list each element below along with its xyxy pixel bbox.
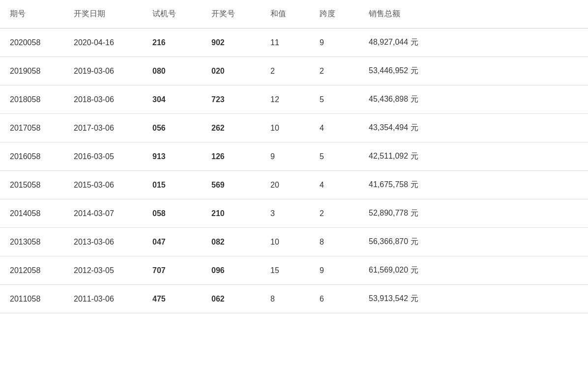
table-row: 20130582013-03-0604708210856,366,870 元 — [0, 228, 588, 256]
cell-shiji: 216 — [143, 28, 202, 57]
cell-kaijang: 210 — [202, 199, 261, 228]
cell-kaijang: 020 — [202, 57, 261, 85]
cell-date: 2018-03-06 — [64, 85, 143, 114]
table-row: 20110582011-03-064750628653,913,542 元 — [0, 285, 588, 313]
cell-date: 2017-03-06 — [64, 114, 143, 142]
cell-shiji: 913 — [143, 142, 202, 171]
cell-shiji: 475 — [143, 285, 202, 313]
cell-hezhi: 9 — [261, 142, 310, 171]
cell-kaijang: 723 — [202, 85, 261, 114]
cell-kuadu: 2 — [310, 199, 359, 228]
cell-kaijang: 062 — [202, 285, 261, 313]
cell-date: 2012-03-05 — [64, 256, 143, 285]
cell-kuadu: 8 — [310, 228, 359, 256]
cell-shiji: 056 — [143, 114, 202, 142]
cell-kuadu: 4 — [310, 171, 359, 199]
cell-qihao: 2020058 — [0, 28, 64, 57]
cell-date: 2019-03-06 — [64, 57, 143, 85]
cell-shiji: 058 — [143, 199, 202, 228]
cell-sales: 42,511,092 元 — [359, 142, 588, 171]
cell-kaijang: 096 — [202, 256, 261, 285]
cell-kaijang: 902 — [202, 28, 261, 57]
cell-date: 2016-03-05 — [64, 142, 143, 171]
lottery-table: 期号 开奖日期 试机号 开奖号 和值 跨度 销售总额 20200582020-0… — [0, 0, 588, 313]
cell-date: 2015-03-06 — [64, 171, 143, 199]
cell-kaijang: 082 — [202, 228, 261, 256]
header-sales: 销售总额 — [359, 0, 588, 28]
cell-date: 2014-03-07 — [64, 199, 143, 228]
cell-date: 2011-03-06 — [64, 285, 143, 313]
table-row: 20160582016-03-059131269542,511,092 元 — [0, 142, 588, 171]
cell-qihao: 2017058 — [0, 114, 64, 142]
cell-kuadu: 9 — [310, 28, 359, 57]
cell-hezhi: 10 — [261, 228, 310, 256]
cell-sales: 43,354,494 元 — [359, 114, 588, 142]
cell-hezhi: 3 — [261, 199, 310, 228]
cell-kaijang: 262 — [202, 114, 261, 142]
cell-shiji: 047 — [143, 228, 202, 256]
cell-hezhi: 20 — [261, 171, 310, 199]
cell-shiji: 304 — [143, 85, 202, 114]
table-row: 20120582012-03-0570709615961,569,020 元 — [0, 256, 588, 285]
main-container: 期号 开奖日期 试机号 开奖号 和值 跨度 销售总额 20200582020-0… — [0, 0, 588, 386]
cell-sales: 56,366,870 元 — [359, 228, 588, 256]
cell-kaijang: 126 — [202, 142, 261, 171]
cell-shiji: 707 — [143, 256, 202, 285]
cell-hezhi: 8 — [261, 285, 310, 313]
header-kaijang: 开奖号 — [202, 0, 261, 28]
cell-qihao: 2018058 — [0, 85, 64, 114]
cell-kuadu: 4 — [310, 114, 359, 142]
cell-hezhi: 12 — [261, 85, 310, 114]
cell-sales: 41,675,758 元 — [359, 171, 588, 199]
header-qihao: 期号 — [0, 0, 64, 28]
cell-kuadu: 5 — [310, 142, 359, 171]
cell-shiji: 080 — [143, 57, 202, 85]
cell-hezhi: 11 — [261, 28, 310, 57]
cell-sales: 61,569,020 元 — [359, 256, 588, 285]
cell-sales: 52,890,778 元 — [359, 199, 588, 228]
table-row: 20190582019-03-060800202253,446,952 元 — [0, 57, 588, 85]
cell-kuadu: 5 — [310, 85, 359, 114]
table-row: 20180582018-03-0630472312545,436,898 元 — [0, 85, 588, 114]
cell-kaijang: 569 — [202, 171, 261, 199]
cell-sales: 53,913,542 元 — [359, 285, 588, 313]
cell-qihao: 2015058 — [0, 171, 64, 199]
cell-qihao: 2012058 — [0, 256, 64, 285]
cell-kuadu: 2 — [310, 57, 359, 85]
header-date: 开奖日期 — [64, 0, 143, 28]
header-hezhi: 和值 — [261, 0, 310, 28]
header-shiji: 试机号 — [143, 0, 202, 28]
cell-date: 2020-04-16 — [64, 28, 143, 57]
table-row: 20200582020-04-1621690211948,927,044 元 — [0, 28, 588, 57]
cell-hezhi: 15 — [261, 256, 310, 285]
cell-kuadu: 9 — [310, 256, 359, 285]
cell-qihao: 2011058 — [0, 285, 64, 313]
cell-hezhi: 2 — [261, 57, 310, 85]
cell-sales: 48,927,044 元 — [359, 28, 588, 57]
cell-qihao: 2014058 — [0, 199, 64, 228]
cell-sales: 45,436,898 元 — [359, 85, 588, 114]
table-row: 20150582015-03-0601556920441,675,758 元 — [0, 171, 588, 199]
table-row: 20170582017-03-0605626210443,354,494 元 — [0, 114, 588, 142]
table-header-row: 期号 开奖日期 试机号 开奖号 和值 跨度 销售总额 — [0, 0, 588, 28]
cell-qihao: 2016058 — [0, 142, 64, 171]
header-kuadu: 跨度 — [310, 0, 359, 28]
cell-qihao: 2019058 — [0, 57, 64, 85]
cell-date: 2013-03-06 — [64, 228, 143, 256]
table-row: 20140582014-03-070582103252,890,778 元 — [0, 199, 588, 228]
cell-sales: 53,446,952 元 — [359, 57, 588, 85]
cell-qihao: 2013058 — [0, 228, 64, 256]
cell-kuadu: 6 — [310, 285, 359, 313]
cell-shiji: 015 — [143, 171, 202, 199]
cell-hezhi: 10 — [261, 114, 310, 142]
